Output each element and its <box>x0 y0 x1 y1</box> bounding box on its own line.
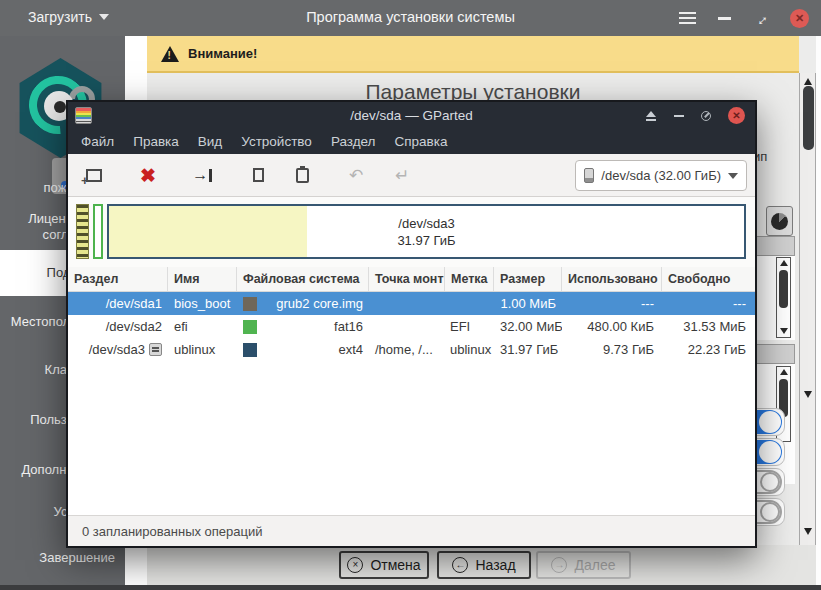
partition-segment-sda1[interactable] <box>76 204 89 259</box>
col-free[interactable]: Свободно <box>662 267 755 291</box>
resize-move-icon: → <box>192 166 212 184</box>
hamburger-menu-icon[interactable] <box>679 17 696 20</box>
next-button[interactable]: → Далее <box>536 551 631 579</box>
warning-text: Внимание! <box>188 46 257 61</box>
back-icon: ← <box>452 557 468 573</box>
menu-help[interactable]: Справка <box>395 134 448 149</box>
col-mountpoint[interactable]: Точка монт <box>369 267 445 291</box>
col-size[interactable]: Размер <box>494 267 562 291</box>
scroll-up-icon[interactable] <box>780 369 788 375</box>
scroll-thumb[interactable] <box>779 270 788 308</box>
fs-color-swatch <box>243 320 257 334</box>
chevron-down-icon <box>728 173 738 179</box>
partition-segment-sda2[interactable] <box>93 204 103 259</box>
pie-chart-icon <box>771 213 788 230</box>
menu-edit[interactable]: Правка <box>133 134 179 149</box>
table-row-sda1[interactable]: /dev/sda1 bios_boot grub2 core.img 1.00 … <box>68 292 755 315</box>
minimize-button[interactable] <box>718 17 731 20</box>
table-row-sda3[interactable]: /dev/sda3 ublinux ext4 /home, /... ublin… <box>68 338 755 361</box>
disk-icon <box>584 168 594 183</box>
col-label[interactable]: Метка <box>445 267 494 291</box>
table-header-row: Раздел Имя Файловая система Точка монт М… <box>68 267 755 292</box>
table-empty-area <box>68 361 755 515</box>
delete-icon: ✖ <box>140 166 156 185</box>
selected-partition-label: /dev/sda3 31.97 ГиБ <box>109 215 744 249</box>
window-right-edge <box>816 36 821 585</box>
col-partition[interactable]: Раздел <box>68 267 168 291</box>
warning-icon: ! <box>161 46 179 62</box>
scroll-up-icon[interactable] <box>780 260 788 266</box>
undo-icon: ↶ <box>349 167 363 184</box>
installer-footer: × Отмена ← Назад → Далее <box>147 545 816 585</box>
col-filesystem[interactable]: Файловая система <box>237 267 369 291</box>
resize-move-button[interactable]: → <box>190 163 214 187</box>
copy-icon <box>253 168 264 182</box>
scroll-down-icon[interactable] <box>804 528 812 535</box>
cancel-button[interactable]: × Отмена <box>339 551 429 579</box>
apply-icon: ↵ <box>395 167 409 184</box>
eject-icon[interactable] <box>645 111 657 121</box>
new-partition-button[interactable]: + <box>82 163 106 187</box>
new-partition-icon: + <box>86 169 102 182</box>
gparted-app-icon <box>75 107 92 124</box>
maximize-button[interactable]: ↔ <box>750 7 771 28</box>
background-scrollbar-1[interactable] <box>776 257 791 338</box>
cancel-icon: × <box>347 557 363 573</box>
col-name[interactable]: Имя <box>168 267 237 291</box>
mounted-lock-icon <box>149 343 162 356</box>
gparted-close-button[interactable]: ✕ <box>728 107 745 124</box>
bottom-edge <box>0 585 821 590</box>
gparted-restore-button[interactable] <box>701 111 711 121</box>
partition-table: Раздел Имя Файловая система Точка монт М… <box>68 267 755 546</box>
pie-chart-button[interactable] <box>766 206 793 236</box>
gparted-window: /dev/sda — GParted ✕ Файл Правка Вид Уст… <box>66 100 757 548</box>
gparted-menubar: Файл Правка Вид Устройство Раздел Справк… <box>68 129 755 154</box>
gparted-statusbar: 0 запланированных операций <box>68 515 755 546</box>
menu-device[interactable]: Устройство <box>241 134 312 149</box>
gparted-toolbar: + ✖ → ↶ ↵ /dev/sda (32.00 ГиБ) <box>68 154 755 197</box>
screen: Загрузить Программа установки системы ↔ … <box>0 0 821 590</box>
table-row-sda2[interactable]: /dev/sda2 efi fat16 EFI 32.00 МиБ 480.00… <box>68 315 755 338</box>
paste-button[interactable] <box>290 163 314 187</box>
fs-color-swatch <box>243 343 257 357</box>
sidebar-step-finish[interactable]: Завершение <box>0 550 125 566</box>
device-selector[interactable]: /dev/sda (32.00 ГиБ) <box>575 160 747 191</box>
menu-file[interactable]: Файл <box>81 134 114 149</box>
copy-button[interactable] <box>244 163 268 187</box>
scroll-down-icon[interactable] <box>780 328 788 334</box>
back-button[interactable]: ← Назад <box>437 551 531 579</box>
delete-partition-button[interactable]: ✖ <box>136 163 160 187</box>
partition-graphic: /dev/sda3 31.97 ГиБ <box>68 197 755 267</box>
paste-icon <box>296 168 309 183</box>
next-icon: → <box>551 557 567 573</box>
warning-banner: ! Внимание! <box>147 36 799 73</box>
close-button[interactable]: ✕ <box>790 9 809 28</box>
apply-button[interactable]: ↵ <box>390 163 414 187</box>
menu-view[interactable]: Вид <box>198 134 222 149</box>
installer-titlebar: Загрузить Программа установки системы ↔ … <box>0 0 821 36</box>
device-selector-value: /dev/sda (32.00 ГиБ) <box>601 168 721 183</box>
fs-color-swatch <box>243 297 257 311</box>
menu-partition[interactable]: Раздел <box>331 134 376 149</box>
scroll-up-icon[interactable] <box>804 78 812 85</box>
scroll-thumb[interactable] <box>803 86 814 150</box>
partition-segment-sda3[interactable]: /dev/sda3 31.97 ГиБ <box>107 204 746 259</box>
gparted-minimize-button[interactable] <box>674 115 684 117</box>
col-used[interactable]: Использовано <box>562 267 662 291</box>
gparted-titlebar[interactable]: /dev/sda — GParted ✕ <box>68 102 755 129</box>
scroll-down-icon[interactable] <box>804 391 812 398</box>
page-scrollbar[interactable] <box>799 73 816 545</box>
undo-button[interactable]: ↶ <box>344 163 368 187</box>
